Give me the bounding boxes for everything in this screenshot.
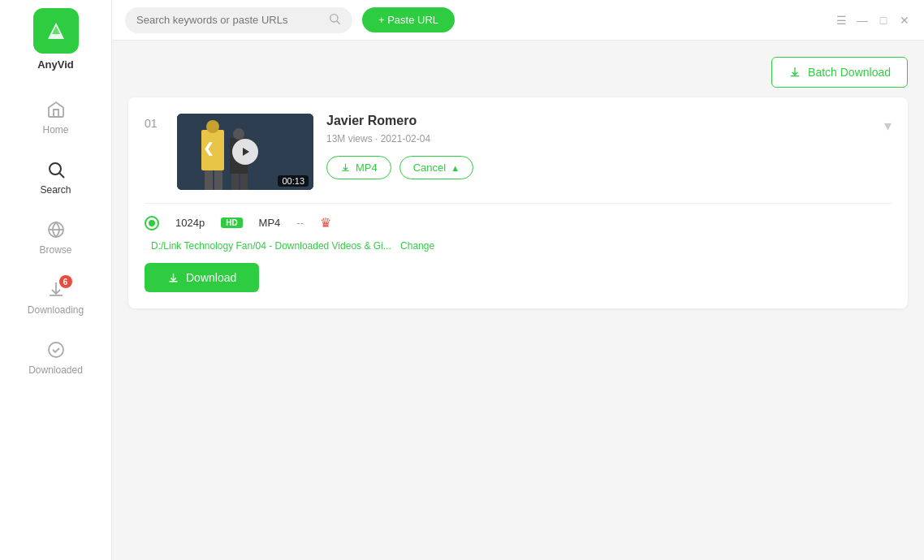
downloading-badge-wrapper: 6 (45, 278, 67, 301)
menu-button[interactable]: ☰ (835, 14, 848, 27)
sidebar-label-downloaded: Downloaded (28, 364, 83, 376)
sidebar-label-browse: Browse (39, 244, 71, 256)
change-path-button[interactable]: Change (400, 240, 434, 252)
paste-url-button[interactable]: + Paste URL (362, 7, 455, 32)
app-name: AnyVid (37, 58, 74, 71)
sidebar-item-search[interactable]: Search (0, 147, 111, 207)
content-area: Batch Download 01 (112, 41, 924, 560)
cancel-arrow-icon: ▲ (451, 163, 460, 173)
batch-download-button[interactable]: Batch Download (771, 57, 908, 88)
sidebar-label-home: Home (42, 124, 68, 136)
download-button[interactable]: Download (145, 263, 259, 292)
radio-inner (149, 220, 155, 226)
minimize-button[interactable]: — (856, 14, 869, 27)
title-bar-right: ☰ — □ ✕ (835, 14, 911, 27)
quality-radio[interactable] (145, 216, 159, 230)
svg-point-0 (50, 163, 61, 174)
svg-rect-10 (205, 170, 213, 190)
format-label: MP4 (259, 217, 281, 229)
search-icon (45, 158, 67, 181)
svg-point-5 (330, 14, 338, 21)
expand-arrow-icon[interactable]: ▾ (884, 114, 892, 135)
paste-url-label: + Paste URL (378, 14, 438, 26)
sidebar-item-home[interactable]: Home (0, 87, 111, 147)
video-duration: 00:13 (278, 175, 309, 187)
svg-rect-14 (231, 174, 239, 190)
file-path-text: D:/Link Technology Fan/04 - Downloaded V… (151, 240, 391, 252)
video-info: Javier Romero 13M views · 2021-02-04 MP4… (326, 114, 871, 179)
mp4-label: MP4 (356, 162, 378, 174)
downloaded-icon (45, 338, 67, 361)
mp4-button[interactable]: MP4 (326, 156, 391, 179)
close-button[interactable]: ✕ (898, 14, 911, 27)
video-actions: MP4 Cancel ▲ (326, 156, 871, 179)
svg-point-4 (49, 342, 63, 357)
svg-point-9 (206, 120, 219, 133)
svg-line-6 (337, 21, 340, 24)
video-thumbnail[interactable]: ❮ 00:13 (177, 114, 313, 190)
quality-row: 1024p HD MP4 -- ♛ (145, 215, 892, 230)
sidebar-item-downloading[interactable]: 6 Downloading (0, 267, 111, 327)
search-bar (125, 7, 352, 33)
title-bar: + Paste URL ☰ — □ ✕ (112, 0, 924, 41)
sidebar: AnyVid Home Search Brow (0, 0, 112, 560)
video-header: 01 (145, 114, 892, 190)
svg-rect-15 (240, 174, 248, 190)
app-logo (33, 8, 79, 54)
home-icon (45, 98, 67, 121)
video-meta: 13M views · 2021-02-04 (326, 133, 871, 144)
sidebar-item-browse[interactable]: Browse (0, 207, 111, 267)
title-bar-left: + Paste URL (125, 7, 455, 33)
batch-download-label: Batch Download (808, 66, 891, 79)
sidebar-label-search: Search (40, 184, 71, 196)
cancel-button[interactable]: Cancel ▲ (399, 156, 473, 179)
window-controls: ☰ — □ ✕ (835, 14, 911, 27)
maximize-button[interactable]: □ (877, 14, 890, 27)
svg-text:❮: ❮ (203, 141, 214, 156)
cancel-label: Cancel (413, 162, 446, 174)
svg-rect-11 (214, 170, 222, 190)
svg-point-13 (233, 128, 244, 140)
downloading-badge: 6 (59, 275, 72, 288)
sidebar-label-downloading: Downloading (28, 304, 84, 316)
file-path: D:/Link Technology Fan/04 - Downloaded V… (145, 240, 892, 252)
search-bar-icon (328, 12, 341, 28)
premium-icon: ♛ (320, 215, 331, 230)
search-input[interactable] (136, 14, 322, 26)
video-number: 01 (145, 114, 164, 130)
size-label: -- (296, 217, 304, 229)
sidebar-item-downloaded[interactable]: Downloaded (0, 327, 111, 387)
svg-line-1 (59, 174, 64, 179)
quality-label: 1024p (175, 217, 205, 229)
logo-area: AnyVid (33, 8, 79, 71)
hd-badge: HD (221, 218, 242, 228)
play-button[interactable] (232, 139, 258, 165)
svg-marker-17 (243, 148, 249, 156)
browse-icon (45, 218, 67, 241)
main-content: + Paste URL ☰ — □ ✕ Batch Download 01 (112, 0, 924, 560)
download-label: Download (186, 271, 236, 284)
video-card: 01 (128, 97, 908, 308)
quality-section: 1024p HD MP4 -- ♛ D:/Link Technology Fan… (145, 203, 892, 292)
video-title: Javier Romero (326, 114, 871, 128)
